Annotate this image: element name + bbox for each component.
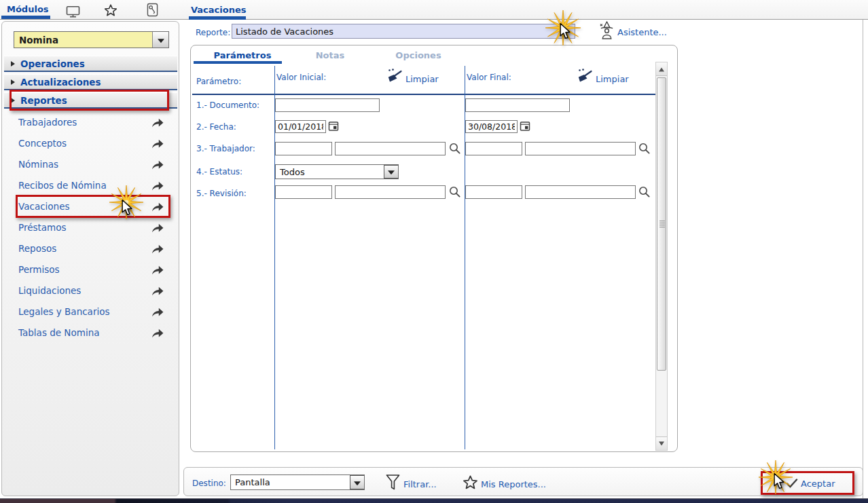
report-name-field[interactable]	[232, 24, 575, 39]
param-column-header: Parámetro:	[196, 77, 241, 86]
scrollbar-grip	[659, 221, 665, 227]
open-report-arrow-icon[interactable]	[151, 328, 164, 339]
scroll-down-button[interactable]	[656, 436, 667, 450]
collapsed-triangle-icon	[11, 61, 15, 67]
open-report-arrow-icon[interactable]	[151, 307, 164, 318]
key-icon[interactable]	[147, 3, 158, 17]
fecha-initial-field[interactable]	[275, 120, 326, 133]
sidebar-item-conceptos[interactable]: Conceptos	[2, 136, 180, 153]
sidebar-item-recibos-de-nomina[interactable]: Recibos de Nómina	[2, 178, 180, 195]
scrollbar-thumb[interactable]	[657, 77, 666, 371]
module-select-dropdown-button[interactable]	[152, 32, 168, 48]
report-action-bar: Destino: Pantalla Filtrar... Mis Reporte…	[183, 467, 863, 496]
filter-link[interactable]: Filtrar...	[403, 479, 437, 489]
open-report-arrow-icon[interactable]	[151, 244, 164, 255]
module-select[interactable]: Nomina	[14, 31, 169, 48]
destination-dropdown-button[interactable]	[350, 475, 364, 489]
estatus-dropdown-button[interactable]	[384, 165, 398, 179]
open-report-arrow-icon[interactable]	[151, 160, 164, 170]
initial-column-header: Valor Inicial:	[276, 73, 326, 82]
item-label: Liquidaciones	[18, 285, 81, 296]
top-tab-strip: Módulos	[0, 0, 868, 20]
section-label: Operaciones	[20, 58, 85, 69]
sidebar-item-reposos[interactable]: Reposos	[2, 241, 180, 259]
tab-notas[interactable]: Notas	[293, 50, 367, 60]
wizard-icon[interactable]	[598, 20, 615, 40]
documento-final-field[interactable]	[465, 98, 570, 112]
destination-label: Destino:	[192, 479, 226, 488]
estatus-select-value: Todos	[280, 167, 305, 177]
open-report-arrow-icon[interactable]	[151, 286, 164, 297]
mouse-cursor-icon	[560, 23, 571, 39]
my-reports-link[interactable]: Mis Reportes...	[481, 479, 546, 489]
section-label: Actualizaciones	[20, 77, 101, 88]
sidebar-item-liquidaciones[interactable]: Liquidaciones	[2, 283, 180, 301]
tab-vacaciones[interactable]: Vacaciones	[191, 5, 247, 15]
search-icon[interactable]	[638, 143, 650, 154]
trabajador-initial-code-field[interactable]	[275, 142, 332, 155]
documento-initial-field[interactable]	[275, 98, 380, 112]
item-label: Trabajadores	[18, 117, 77, 128]
row-label-revision: 5.- Revisión:	[196, 189, 247, 198]
revision-final-name-field[interactable]	[525, 185, 636, 199]
filter-funnel-icon[interactable]	[386, 474, 400, 491]
trabajador-final-name-field[interactable]	[525, 142, 636, 155]
search-icon[interactable]	[638, 186, 650, 198]
open-report-arrow-icon[interactable]	[151, 223, 164, 234]
vertical-scrollbar[interactable]	[655, 62, 668, 451]
search-icon[interactable]	[449, 186, 460, 198]
final-column-header: Valor Final:	[467, 73, 511, 82]
tab-modulos[interactable]: Módulos	[7, 4, 49, 14]
modules-sidebar: Nomina Operaciones Actualizaciones Repor…	[1, 21, 179, 496]
calendar-icon[interactable]	[520, 120, 530, 132]
open-report-arrow-icon[interactable]	[151, 117, 164, 128]
sidebar-item-trabajadores[interactable]: Trabajadores	[2, 115, 180, 132]
tab-parametros[interactable]: Parámetros	[199, 50, 286, 60]
report-label: Reporte:	[196, 28, 230, 37]
row-label-trabajador: 3.- Trabajador:	[196, 144, 255, 153]
open-report-arrow-icon[interactable]	[151, 265, 164, 276]
row-label-estatus: 4.- Estatus:	[196, 167, 242, 176]
mouse-cursor-icon	[774, 473, 784, 489]
collapsed-triangle-icon	[11, 79, 15, 85]
sidebar-section-operaciones[interactable]: Operaciones	[4, 56, 177, 72]
my-reports-star-icon[interactable]	[463, 474, 478, 490]
sidebar-item-tablas-de-nomina[interactable]: Tablas de Nomina	[2, 325, 180, 343]
assistant-link[interactable]: Asistente...	[617, 27, 667, 37]
tab-modulos-active-indicator	[1, 16, 50, 19]
sidebar-item-permisos[interactable]: Permisos	[2, 262, 180, 280]
item-label: Préstamos	[18, 222, 67, 233]
revision-initial-name-field[interactable]	[335, 185, 446, 199]
search-icon[interactable]	[449, 143, 460, 154]
open-report-arrow-icon[interactable]	[151, 181, 164, 191]
broom-icon[interactable]	[386, 69, 403, 83]
header-divider	[192, 94, 655, 95]
calendar-icon[interactable]	[328, 120, 339, 132]
clear-initial-link[interactable]: Limpiar	[405, 74, 439, 84]
sidebar-item-prestamos[interactable]: Préstamos	[2, 220, 180, 238]
tab-opciones[interactable]: Opciones	[374, 50, 463, 60]
revision-final-code-field[interactable]	[465, 185, 522, 199]
annotation-box-reportes	[10, 90, 169, 111]
sidebar-item-legales-y-bancarios[interactable]: Legales y Bancarios	[2, 304, 180, 322]
monitor-icon[interactable]	[65, 5, 81, 18]
trabajador-initial-name-field[interactable]	[335, 142, 446, 155]
revision-initial-code-field[interactable]	[275, 185, 332, 199]
sidebar-item-nominas[interactable]: Nóminas	[2, 157, 180, 174]
item-label: Conceptos	[18, 138, 67, 149]
window-right-border	[863, 20, 863, 498]
broom-icon[interactable]	[577, 69, 593, 83]
open-report-arrow-icon[interactable]	[151, 138, 164, 149]
estatus-select[interactable]: Todos	[275, 164, 399, 179]
tab-parametros-active-indicator	[194, 61, 282, 64]
item-label: Reposos	[18, 243, 56, 254]
clear-final-link[interactable]: Limpiar	[596, 74, 629, 84]
favorites-star-icon[interactable]	[104, 3, 117, 17]
scroll-up-button[interactable]	[656, 62, 667, 76]
fecha-final-field[interactable]	[465, 120, 518, 133]
item-label: Legales y Bancarios	[18, 306, 109, 317]
destination-select[interactable]: Pantalla	[230, 474, 365, 490]
trabajador-final-code-field[interactable]	[465, 142, 522, 155]
sidebar-section-actualizaciones[interactable]: Actualizaciones	[4, 74, 177, 90]
taskbar-edge	[0, 498, 868, 503]
